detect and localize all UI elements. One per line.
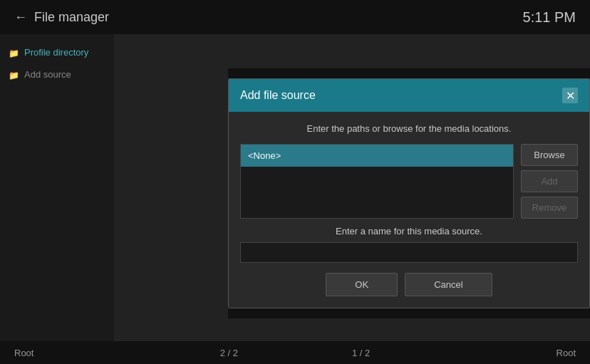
- main-content: Add file source ✕ Enter the paths or bro…: [114, 34, 590, 341]
- status-center: 2 / 2 1 / 2: [220, 348, 371, 358]
- status-bar: Root 2 / 2 1 / 2 Root: [0, 341, 590, 364]
- folder-icon: [9, 48, 19, 58]
- status-left: Root: [14, 348, 33, 358]
- add-button[interactable]: Add: [521, 170, 578, 192]
- source-row: <None> Browse Add Remove: [240, 144, 578, 219]
- top-bar: ← File manager 5:11 PM: [0, 0, 590, 34]
- dialog-title: Add file source: [240, 89, 316, 102]
- cancel-button[interactable]: Cancel: [405, 273, 492, 296]
- sidebar-item-label: Profile directory: [24, 47, 88, 58]
- folder-icon: [9, 70, 19, 80]
- dialog-instruction: Enter the paths or browse for the media …: [240, 123, 578, 134]
- dialog-body: Enter the paths or browse for the media …: [229, 112, 589, 308]
- sidebar-item-profile-directory[interactable]: Profile directory: [0, 41, 114, 63]
- remove-button[interactable]: Remove: [521, 197, 578, 219]
- clock: 5:11 PM: [523, 9, 576, 26]
- media-source-name-input[interactable]: [240, 242, 578, 263]
- sidebar-item-add-source[interactable]: Add source: [0, 63, 114, 85]
- status-page-right: 1 / 2: [352, 348, 370, 358]
- dialog-title-bar: Add file source ✕: [229, 79, 589, 112]
- back-arrow-icon[interactable]: ←: [14, 10, 27, 25]
- ok-button[interactable]: OK: [326, 273, 398, 296]
- sidebar: Profile directory Add source: [0, 34, 114, 341]
- status-right: Root: [557, 348, 576, 358]
- source-list-area: <None>: [240, 144, 514, 219]
- modal-overlay: Add file source ✕ Enter the paths or bro…: [228, 68, 590, 318]
- side-buttons: Browse Add Remove: [521, 144, 578, 219]
- name-section-label: Enter a name for this media source.: [240, 226, 578, 236]
- top-bar-left: ← File manager: [14, 10, 109, 25]
- dialog-close-button[interactable]: ✕: [562, 88, 578, 103]
- source-list-item[interactable]: <None>: [241, 145, 513, 167]
- status-page-left: 2 / 2: [220, 348, 238, 358]
- page-title: File manager: [34, 10, 109, 25]
- dialog-footer: OK Cancel: [240, 273, 578, 296]
- browse-button[interactable]: Browse: [521, 144, 578, 166]
- add-file-source-dialog: Add file source ✕ Enter the paths or bro…: [228, 78, 590, 308]
- sidebar-item-label: Add source: [24, 69, 71, 80]
